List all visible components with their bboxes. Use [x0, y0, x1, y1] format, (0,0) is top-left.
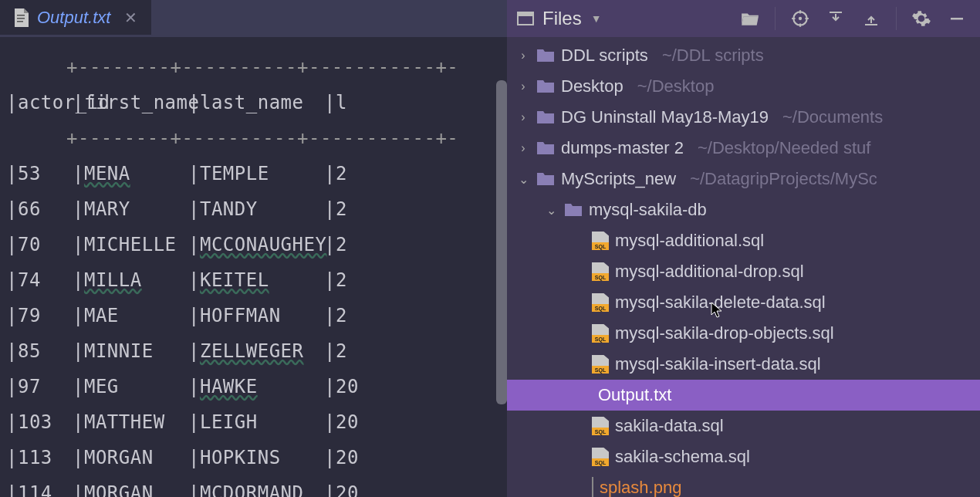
tree-item-label: Output.txt	[598, 385, 671, 405]
editor-pane[interactable]: +--------+----------+-----------+-|actor…	[0, 37, 507, 497]
tree-item-label: mysql-sakila-drop-objects.sql	[615, 323, 834, 343]
folder-icon	[536, 171, 555, 187]
files-tree: ›DDL scripts~/DDL scripts›Desktop~/Deskt…	[507, 37, 980, 497]
tree-item-label: sakila-schema.sql	[615, 447, 750, 467]
tree-item-label: sakila-data.sql	[615, 416, 724, 436]
close-icon[interactable]: ✕	[124, 8, 137, 27]
open-folder-button[interactable]	[736, 5, 764, 32]
folder-icon	[564, 202, 583, 218]
panel-icon	[516, 9, 535, 28]
collapse-all-button[interactable]	[857, 5, 885, 32]
tree-item[interactable]: ›DG Uninstall May18-May19~/Documents	[507, 102, 980, 133]
tab-label: Output.txt	[37, 8, 110, 28]
svg-rect-7	[951, 18, 963, 20]
scrollbar[interactable]	[496, 80, 507, 404]
sql-icon: SQL	[592, 448, 609, 466]
text-file-icon	[14, 8, 29, 27]
minimize-button[interactable]	[943, 5, 971, 32]
chevron-down-icon[interactable]: ⌄	[544, 203, 558, 218]
chevron-down-icon[interactable]: ⌄	[516, 172, 530, 187]
svg-rect-2	[17, 21, 23, 22]
tree-item[interactable]: ›SQLmysql-sakila-insert-data.sql	[507, 349, 980, 380]
tree-item-path: ~/Desktop/Needed stuf	[698, 138, 870, 158]
tree-item-path: ~/Documents	[782, 107, 883, 127]
tree-item[interactable]: ›SQLmysql-additional.sql	[507, 225, 980, 256]
tree-item-label: splash.png	[600, 478, 681, 497]
sql-icon: SQL	[592, 417, 609, 435]
sql-icon: SQL	[592, 232, 609, 250]
folder-icon	[536, 48, 555, 63]
target-button[interactable]	[786, 5, 814, 32]
tree-item[interactable]: ⌄MyScripts_new~/DatagripProjects/MySc	[507, 164, 980, 194]
tree-item-label: DG Uninstall May18-May19	[561, 107, 769, 127]
sql-icon: SQL	[592, 355, 609, 374]
expand-all-button[interactable]	[822, 5, 850, 32]
gear-icon[interactable]	[907, 5, 935, 32]
tree-item-label: mysql-additional.sql	[615, 231, 764, 251]
sql-icon: SQL	[592, 262, 609, 281]
folder-icon	[536, 110, 555, 125]
tree-item[interactable]: ›DDL scripts~/DDL scripts	[507, 40, 980, 71]
img-icon	[592, 478, 593, 497]
tree-item[interactable]: ›SQLmysql-sakila-drop-objects.sql	[507, 318, 980, 349]
tree-item[interactable]: ›SQLsakila-data.sql	[507, 411, 980, 441]
tree-item[interactable]: ›Output.txt	[507, 380, 980, 411]
tree-item-label: Desktop	[561, 76, 623, 96]
svg-rect-1	[17, 18, 25, 19]
editor-tab-output[interactable]: Output.txt ✕	[0, 0, 151, 37]
editor-tab-bar: Output.txt ✕	[0, 0, 507, 37]
files-panel-header: Files ▼	[507, 0, 980, 37]
tree-item[interactable]: ›dumps-master 2~/Desktop/Needed stuf	[507, 133, 980, 164]
panel-title[interactable]: Files	[542, 8, 582, 29]
sql-icon: SQL	[592, 293, 609, 312]
tree-item[interactable]: ›Desktop~/Desktop	[507, 71, 980, 102]
tree-item[interactable]: ⌄mysql-sakila-db	[507, 194, 980, 225]
tree-item-path: ~/DDL scripts	[662, 46, 764, 66]
chevron-right-icon[interactable]: ›	[516, 79, 530, 93]
svg-rect-4	[518, 12, 533, 16]
svg-point-6	[799, 17, 802, 20]
chevron-down-icon[interactable]: ▼	[591, 12, 602, 25]
tree-item-label: mysql-sakila-db	[589, 200, 707, 220]
tree-item-label: DDL scripts	[561, 46, 648, 66]
sql-icon: SQL	[592, 324, 609, 343]
tree-item[interactable]: ›SQLmysql-additional-drop.sql	[507, 256, 980, 287]
tree-item-label: dumps-master 2	[561, 138, 684, 158]
tree-item-path: ~/DatagripProjects/MySc	[690, 169, 877, 189]
chevron-right-icon[interactable]: ›	[516, 49, 530, 63]
tree-item[interactable]: ›SQLmysql-sakila-delete-data.sql	[507, 287, 980, 318]
svg-rect-0	[17, 15, 25, 16]
folder-icon	[536, 79, 555, 94]
tree-item[interactable]: ›SQLsakila-schema.sql	[507, 441, 980, 472]
chevron-right-icon[interactable]: ›	[516, 141, 530, 155]
tree-item-label: MyScripts_new	[561, 169, 676, 189]
folder-icon	[536, 140, 555, 156]
chevron-right-icon[interactable]: ›	[516, 110, 530, 124]
tree-item-label: mysql-additional-drop.sql	[615, 262, 804, 282]
tree-item-path: ~/Desktop	[637, 76, 715, 96]
tree-item-label: mysql-sakila-insert-data.sql	[615, 354, 821, 374]
tree-item-label: mysql-sakila-delete-data.sql	[615, 292, 826, 313]
tree-item[interactable]: ›splash.png	[507, 472, 980, 497]
